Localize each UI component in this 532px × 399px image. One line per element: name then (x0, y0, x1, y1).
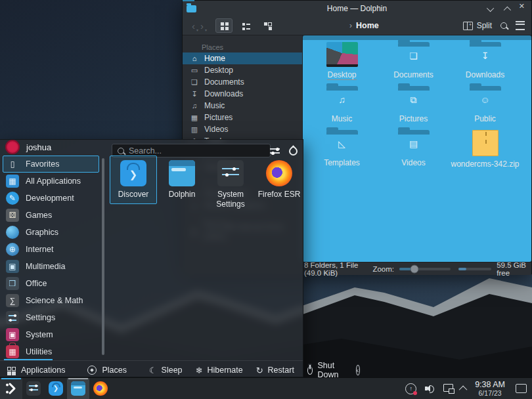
zoom-slider[interactable] (399, 268, 451, 270)
sidebar-category[interactable]: Settings (3, 309, 99, 326)
file-item[interactable]: Desktop (306, 42, 378, 86)
task-system-settings[interactable] (22, 378, 45, 399)
folder-downloads-icon: ↧ (470, 42, 501, 67)
search-icon (118, 148, 124, 154)
file-item[interactable]: ↧ Downloads (449, 42, 521, 86)
forward-button[interactable]: ›▾ (198, 21, 206, 31)
file-item[interactable]: ❏ Documents (378, 42, 449, 86)
settings-sliders-icon (6, 311, 19, 324)
tree-view-button[interactable] (259, 18, 276, 33)
file-item[interactable]: ♫ Music (306, 86, 378, 130)
file-item[interactable]: wondercms-342.zip (449, 130, 521, 174)
task-dolphin[interactable] (67, 378, 89, 399)
window-title: Home — Dolphin (183, 4, 531, 13)
development-icon: ✎ (6, 192, 19, 205)
session-action-button[interactable]: ☾ Sleep (149, 366, 183, 375)
session-action-button[interactable]: ❄ Hibernate (196, 366, 243, 375)
sidebar-category[interactable]: ▣ System (3, 326, 99, 343)
folder-public-icon: ☺ (470, 86, 501, 111)
sidebar-category[interactable]: ✎ Development (3, 190, 99, 207)
collapse-chevron-button[interactable]: ‹ (356, 365, 360, 375)
places-item-label: Documents (204, 77, 244, 87)
hibernate-icon: ❄ (196, 366, 203, 375)
sidebar-category-label: All Applications (26, 177, 81, 186)
places-item[interactable]: ❏ Documents (183, 76, 302, 88)
show-desktop-button[interactable] (516, 384, 527, 393)
file-label: Templates (324, 158, 360, 167)
pictures-icon: ▦ (189, 114, 200, 122)
sidebar-category[interactable]: ▦ Utilities (3, 343, 99, 360)
task-firefox[interactable] (89, 378, 112, 399)
dolphin-titlebar[interactable]: Home — Dolphin ✕ (183, 1, 531, 16)
places-item[interactable]: ↧ Downloads (183, 88, 302, 100)
session-action-button[interactable]: Shut Down (307, 361, 342, 379)
sidebar-category[interactable]: ⚄ Games (3, 207, 99, 224)
utilities-active-underline (4, 359, 53, 360)
places-item[interactable]: ▥ Videos (183, 123, 302, 135)
breadcrumb-chevron-icon: › (349, 21, 352, 30)
places-item-label: Music (204, 101, 225, 110)
sidebar-category-label: Development (26, 194, 74, 203)
sidebar-scrollbar[interactable] (102, 158, 104, 355)
places-item[interactable]: ⌂ Home (183, 52, 302, 64)
tray-expand-icon[interactable] (459, 385, 468, 394)
system-icon: ▣ (6, 328, 19, 341)
file-item[interactable]: ☺ Public (449, 86, 521, 130)
folder-music-icon: ♫ (326, 86, 358, 111)
forward-dropdown-icon[interactable]: ▾ (205, 28, 207, 32)
task-discover[interactable] (45, 378, 67, 399)
footer-tab-label: Applications (21, 366, 65, 375)
folder-view[interactable]: Desktop ❏ Documents ↧ Downloads ♫ M (303, 35, 531, 262)
launcher-dots-icon (5, 382, 18, 395)
sidebar-category[interactable]: ❒ Office (3, 275, 99, 292)
sidebar-category[interactable]: ▯ Favorites (3, 156, 99, 173)
file-item[interactable]: ◺ Templates (306, 130, 378, 174)
places-item[interactable]: ▦ Pictures (183, 112, 302, 123)
breadcrumb[interactable]: › Home (349, 21, 379, 30)
search-icon[interactable] (500, 22, 507, 29)
shutdown-icon (307, 366, 313, 375)
sidebar-category[interactable]: Graphics (3, 224, 99, 241)
user-avatar[interactable] (5, 140, 20, 154)
zoom-slider-handle[interactable] (410, 264, 419, 273)
sidebar-category[interactable]: ∑ Science & Math (3, 292, 99, 309)
footer-tab[interactable]: Places (87, 366, 127, 375)
places-item[interactable]: Places (183, 42, 302, 52)
updates-tray-icon[interactable]: ↑ (405, 383, 416, 394)
volume-tray-icon[interactable] (424, 383, 435, 394)
places-item[interactable]: ▭ Desktop (183, 64, 302, 76)
network-tray-icon[interactable] (443, 384, 453, 392)
details-view-button[interactable] (237, 18, 254, 33)
videos-icon: ▥ (189, 125, 200, 134)
split-button[interactable]: Split (463, 21, 492, 30)
close-button[interactable]: ✕ (519, 3, 525, 14)
folder-videos-icon: ▤ (398, 130, 430, 155)
sidebar-category[interactable]: ▦ All Applications (3, 173, 99, 190)
icons-view-button[interactable] (215, 18, 233, 33)
sidebar-category[interactable]: ⊕ Internet (3, 241, 99, 258)
file-item[interactable]: ▤ Videos (378, 130, 449, 174)
sidebar-category[interactable]: ▣ Multimedia (3, 258, 99, 275)
app-tile[interactable]: Dolphin (158, 156, 206, 204)
session-action-label: Shut Down (317, 361, 341, 379)
minimize-button[interactable] (489, 3, 494, 14)
sidebar-category-label: Graphics (26, 228, 58, 237)
back-button[interactable]: ‹▾ (189, 21, 198, 31)
firefox-icon (266, 160, 292, 186)
internet-icon: ⊕ (6, 243, 19, 256)
app-tile[interactable]: Discover (110, 156, 157, 204)
session-action-button[interactable]: ↻ Restart (256, 366, 294, 375)
breadcrumb-location[interactable]: Home (356, 21, 379, 30)
desktop-icon: ▭ (189, 66, 200, 75)
places-item[interactable]: ♫ Music (183, 100, 302, 112)
app-tile[interactable]: System Settings (207, 156, 254, 214)
application-launcher-button[interactable] (0, 378, 22, 399)
file-item[interactable]: ⧉ Pictures (378, 86, 449, 130)
footer-tab[interactable]: Applications (7, 366, 65, 375)
app-tile[interactable]: Firefox ESR (255, 156, 303, 204)
digital-clock[interactable]: 9:38 AM 6/17/23 (475, 380, 505, 397)
compass-icon (87, 366, 97, 375)
system-settings-icon (26, 381, 41, 396)
hamburger-menu-icon[interactable] (516, 21, 525, 30)
maximize-button[interactable] (504, 3, 509, 14)
